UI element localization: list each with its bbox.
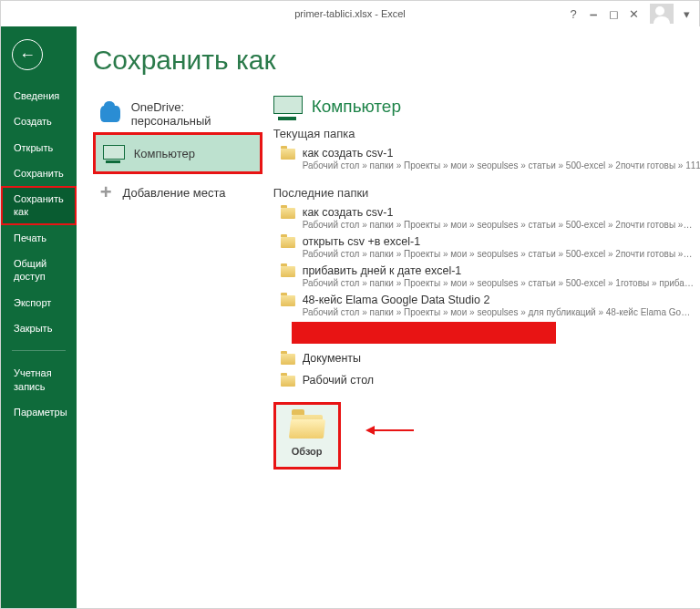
arrow-annotation [368,429,414,431]
current-folder-label: Текущая папка [273,127,700,140]
sidebar-item-options[interactable]: Параметры [1,399,77,425]
folder-icon [281,149,295,160]
plus-icon: + [100,181,112,204]
folder-path: Рабочий стол » папки » Проекты » мои » s… [303,307,700,317]
folder-name: открыть csv +в excel-1 [303,235,700,248]
location-label: Добавление места [123,186,226,200]
window-controls: ? ‒ ◻ ✕ ▾ [566,4,699,24]
main-panel: Сохранить как OneDrive: персональный Ком… [77,26,700,608]
folder-icon [281,376,295,387]
page-title: Сохранить как [77,26,700,96]
folder-name: как создать csv-1 [303,147,700,160]
folder-item[interactable]: прибавить дней к дате excel-1 Рабочий ст… [273,262,700,291]
location-onedrive[interactable]: OneDrive: персональный [93,96,262,132]
folder-item[interactable]: Документы [273,347,700,369]
recent-folders-label: Последние папки [273,186,700,200]
location-label: OneDrive: персональный [131,100,262,128]
sidebar-item-close[interactable]: Закрыть [1,315,77,341]
sidebar-item-print[interactable]: Печать [1,225,77,251]
cloud-icon [100,106,120,122]
folder-name: Документы [303,352,700,365]
browse-label: Обзор [292,446,323,457]
avatar[interactable] [650,4,674,24]
sidebar-item-info[interactable]: Сведения [1,83,77,108]
folder-icon [281,237,295,248]
location-addplace[interactable]: + Добавление места [93,174,262,211]
chevron-down-icon[interactable]: ▾ [679,7,694,21]
folder-open-icon [292,415,323,439]
folder-icon [281,266,295,277]
sidebar-item-open[interactable]: Открыть [1,135,77,160]
folder-name: как создать csv-1 [303,206,700,219]
sidebar: ← Сведения Создать Открыть Сохранить Сох… [1,26,77,608]
sidebar-item-saveas[interactable]: Сохранить как [1,186,77,225]
redacted-block [292,322,556,344]
folder-panel: Компьютер Текущая папка как создать csv-… [268,96,700,608]
locations-list: OneDrive: персональный Компьютер + Добав… [77,96,268,608]
folder-item[interactable]: 48-кейс Elama Google Data Studio 2 Рабоч… [273,291,700,320]
computer-icon [273,96,301,118]
computer-icon [103,145,123,161]
location-label: Компьютер [134,147,195,160]
window-title: primer-tablici.xlsx - Excel [294,8,406,19]
location-computer[interactable]: Компьютер [93,132,262,174]
back-button[interactable]: ← [12,39,43,70]
folder-path: Рабочий стол » папки » Проекты » мои » s… [303,278,700,288]
folder-item[interactable]: Рабочий стол [273,369,700,391]
minimize-icon[interactable]: ‒ [586,7,601,21]
sidebar-item-save[interactable]: Сохранить [1,160,77,186]
folder-name: 48-кейс Elama Google Data Studio 2 [303,294,700,306]
sidebar-item-account[interactable]: Учетная запись [1,360,77,399]
sidebar-item-export[interactable]: Экспорт [1,290,77,315]
folder-name: Рабочий стол [303,374,700,387]
folder-path: Рабочий стол » папки » Проекты » мои » s… [303,160,700,170]
folder-item[interactable]: как создать csv-1 Рабочий стол » папки »… [273,144,700,173]
folder-icon [281,354,295,365]
folder-item[interactable]: как создать csv-1 Рабочий стол » папки »… [273,203,700,232]
folder-icon [281,208,295,219]
close-icon[interactable]: ✕ [626,7,641,21]
restore-icon[interactable]: ◻ [606,7,621,21]
sidebar-separator [12,350,66,351]
browse-button[interactable]: Обзор [273,402,341,470]
folder-path: Рабочий стол » папки » Проекты » мои » s… [303,220,700,230]
folder-path: Рабочий стол » папки » Проекты » мои » s… [303,249,700,259]
help-icon[interactable]: ? [566,7,581,21]
folder-icon [281,295,295,306]
sidebar-item-share[interactable]: Общий доступ [1,251,77,290]
folder-item[interactable]: открыть csv +в excel-1 Рабочий стол » па… [273,232,700,262]
titlebar: primer-tablici.xlsx - Excel ? ‒ ◻ ✕ ▾ [1,1,699,26]
section-title: Компьютер [312,97,401,117]
sidebar-item-new[interactable]: Создать [1,108,77,134]
folder-name: прибавить дней к дате excel-1 [303,264,700,277]
